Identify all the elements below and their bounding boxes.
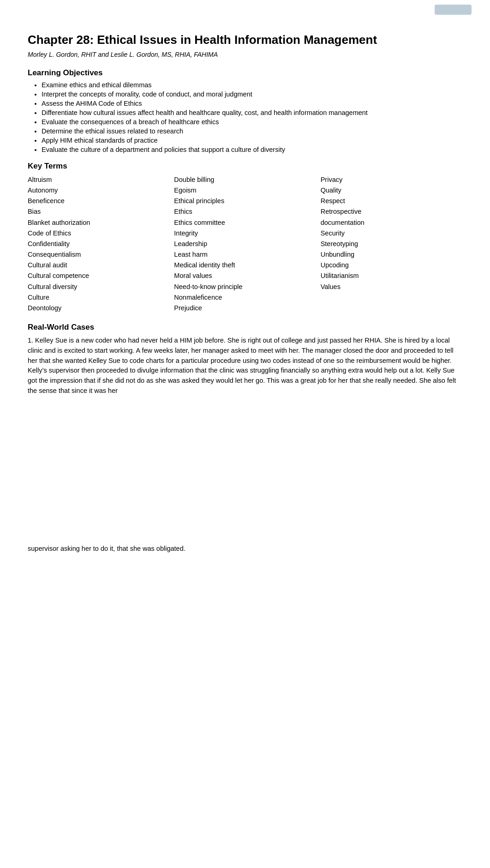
key-term: Respect <box>321 196 462 206</box>
key-term: Beneficence <box>28 196 169 206</box>
learning-objective-item: Determine the ethical issues related to … <box>42 127 462 135</box>
key-term: Deontology <box>28 303 169 313</box>
key-term: Medical identity theft <box>174 260 316 271</box>
key-term: Confidentiality <box>28 239 169 249</box>
key-term: Upcoding <box>321 260 462 271</box>
key-term: Cultural competence <box>28 271 169 281</box>
learning-objective-item: Examine ethics and ethical dilemmas <box>42 81 462 89</box>
key-terms-heading: Key Terms <box>28 162 462 171</box>
key-term: Unbundling <box>321 249 462 260</box>
learning-objective-item: Interpret the concepts of morality, code… <box>42 90 462 98</box>
key-term: Bias <box>28 206 169 217</box>
key-term: Blanket authorization <box>28 217 169 228</box>
top-bar-decoration <box>435 5 472 15</box>
key-terms-grid: AltruismAutonomyBeneficenceBiasBlanket a… <box>28 175 462 313</box>
chapter-subtitle: Morley L. Gordon, RHIT and Leslie L. Gor… <box>28 51 462 58</box>
key-term: Retrospective <box>321 206 462 217</box>
key-term: Consequentialism <box>28 249 169 260</box>
real-world-cases-heading: Real-World Cases <box>28 323 462 332</box>
key-term: Least harm <box>174 249 316 260</box>
key-term: Altruism <box>28 175 169 185</box>
key-term: Double billing <box>174 175 316 185</box>
learning-objective-item: Evaluate the culture of a department and… <box>42 146 462 153</box>
learning-objectives-list: Examine ethics and ethical dilemmasInter… <box>42 81 462 153</box>
key-term: Cultural audit <box>28 260 169 271</box>
key-term: Values <box>321 282 462 292</box>
key-term: Ethics committee <box>174 217 316 228</box>
key-term: Prejudice <box>174 303 316 313</box>
key-term: Utilitarianism <box>321 271 462 281</box>
key-term: documentation <box>321 217 462 228</box>
case1-continued-text: supervisor asking her to do it, that she… <box>28 544 462 554</box>
key-term: Ethics <box>174 206 316 217</box>
key-term: Ethical principles <box>174 196 316 206</box>
key-term: Privacy <box>321 175 462 185</box>
key-term: Integrity <box>174 228 316 239</box>
key-term: Culture <box>28 292 169 303</box>
key-term: Nonmaleficence <box>174 292 316 303</box>
key-term: Cultural diversity <box>28 282 169 292</box>
key-term: Security <box>321 228 462 239</box>
learning-objectives-heading: Learning Objectives <box>28 68 462 78</box>
key-term: Moral values <box>174 271 316 281</box>
real-world-cases-section: Real-World Cases 1. Kelley Sue is a new … <box>28 323 462 396</box>
learning-objective-item: Differentiate how cultural issues affect… <box>42 109 462 116</box>
key-terms-column-3: PrivacyQualityRespectRetrospectivedocume… <box>321 175 462 313</box>
case1-text: 1. Kelley Sue is a new coder who had nev… <box>28 336 462 396</box>
learning-objective-item: Assess the AHIMA Code of Ethics <box>42 100 462 107</box>
key-term: Stereotyping <box>321 239 462 249</box>
key-term: Leadership <box>174 239 316 249</box>
chapter-title: Chapter 28: Ethical Issues in Health Inf… <box>28 32 462 48</box>
key-term: Egoism <box>174 185 316 196</box>
key-term: Quality <box>321 185 462 196</box>
key-term: Code of Ethics <box>28 228 169 239</box>
learning-objective-item: Evaluate the consequences of a breach of… <box>42 118 462 126</box>
key-terms-column-2: Double billingEgoismEthical principlesEt… <box>174 175 316 313</box>
key-term: Need-to-know principle <box>174 282 316 292</box>
key-terms-column-1: AltruismAutonomyBeneficenceBiasBlanket a… <box>28 175 169 313</box>
learning-objective-item: Apply HIM ethical standards of practice <box>42 137 462 144</box>
key-term: Autonomy <box>28 185 169 196</box>
